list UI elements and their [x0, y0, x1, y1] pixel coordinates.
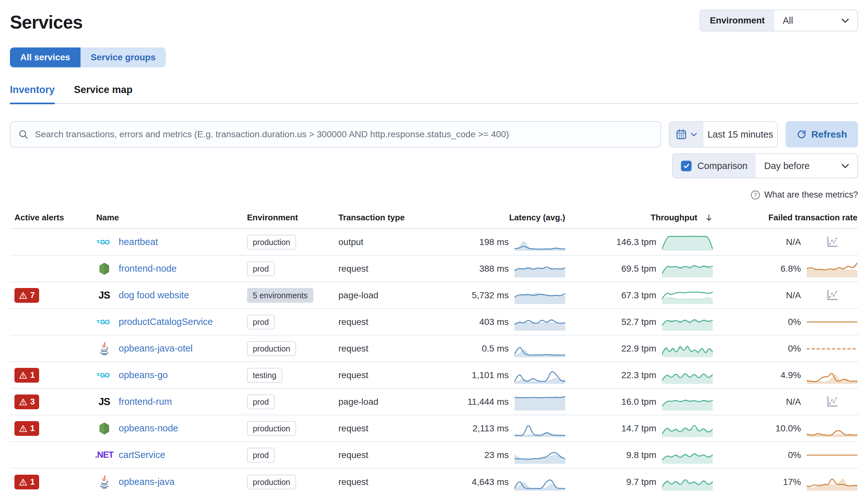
throughput-cell: 22.9 tpm: [574, 340, 722, 358]
failed-rate-cell: 0%: [722, 340, 858, 358]
service-name-link[interactable]: heartbeat: [119, 237, 158, 247]
svg-text:GO: GO: [100, 371, 109, 378]
refresh-label: Refresh: [811, 129, 847, 140]
service-name-link[interactable]: productCatalogService: [119, 317, 213, 327]
service-name-link[interactable]: frontend-rum: [119, 396, 172, 407]
view-toggle: All services Service groups: [10, 47, 858, 67]
search-bar: [10, 121, 661, 148]
active-alerts-badge[interactable]: 7: [15, 288, 39, 303]
refresh-button[interactable]: Refresh: [786, 121, 858, 148]
name-cell: JS frontend-rum: [96, 396, 247, 408]
metrics-help-link[interactable]: What are these metrics?: [764, 190, 858, 200]
active-alerts-badge[interactable]: 1: [15, 475, 39, 489]
alert-count: 1: [30, 423, 35, 433]
transaction-type-cell: request: [339, 477, 435, 487]
alert-count: 3: [30, 397, 35, 407]
service-groups-button[interactable]: Service groups: [80, 47, 166, 67]
latency-sparkline: [515, 287, 565, 304]
latency-cell: 5,732 ms: [435, 287, 574, 304]
active-alerts-badge[interactable]: 1: [15, 421, 39, 436]
active-alerts-cell: 7: [10, 288, 96, 303]
time-range-value[interactable]: Last 15 minutes: [703, 122, 777, 147]
failed-rate-cell: 10.0%: [722, 419, 858, 438]
search-input[interactable]: [35, 129, 653, 140]
table-row: .NET cartService prod request 23 ms 9.8 …: [10, 442, 858, 469]
transaction-type-cell: request: [339, 423, 435, 434]
comparison-label-group: Comparison: [673, 154, 756, 178]
active-alerts-badge[interactable]: 3: [15, 394, 39, 409]
column-header-active-alerts[interactable]: Active alerts: [10, 213, 96, 223]
js-icon: JS: [96, 396, 112, 408]
active-alerts-cell: 3: [10, 394, 96, 409]
active-alerts-badge[interactable]: 1: [15, 368, 39, 383]
latency-sparkline: [515, 366, 565, 384]
failed-rate-cell: 6.8%: [722, 260, 858, 278]
throughput-cell: 22.3 tpm: [574, 366, 722, 384]
failed-rate-cell: 0%: [722, 313, 858, 331]
service-name-link[interactable]: opbeans-go: [119, 370, 168, 380]
service-name-link[interactable]: frontend-node: [119, 263, 177, 274]
failed-rate-cell: N/A: [722, 393, 858, 411]
environment-cell: prod: [247, 397, 339, 407]
column-header-environment[interactable]: Environment: [247, 213, 339, 223]
failed-rate-sparkline: [807, 473, 858, 491]
table-row: opbeans-java-otel production request 0.5…: [10, 336, 858, 362]
environment-badge: 5 environments: [247, 288, 314, 303]
dotnet-icon: .NET: [96, 450, 112, 460]
throughput-sparkline: [662, 393, 713, 411]
calendar-menu-button[interactable]: [669, 122, 703, 147]
name-cell: GO productCatalogService: [96, 317, 247, 327]
latency-cell: 1,101 ms: [435, 366, 574, 384]
query-controls: Last 15 minutes Refresh: [10, 121, 858, 148]
tabs: Inventory Service map: [10, 84, 858, 104]
throughput-cell: 16.0 tpm: [574, 393, 722, 411]
comparison-select-value: Day before: [764, 161, 810, 171]
environment-cell: prod: [247, 317, 339, 327]
page-title: Services: [10, 11, 83, 33]
transaction-type-cell: page-load: [339, 290, 435, 300]
service-name-link[interactable]: opbeans-java: [119, 476, 174, 487]
search-icon: [18, 129, 28, 140]
comparison-checkbox[interactable]: [681, 161, 692, 171]
throughput-sparkline: [662, 260, 713, 278]
latency-sparkline: [515, 473, 565, 491]
failed-rate-sparkline: [807, 393, 858, 411]
throughput-sparkline: [662, 313, 713, 331]
throughput-sparkline: [662, 419, 713, 438]
table-row: 1 opbeans-node production request 2,113 …: [10, 415, 858, 442]
comparison-select[interactable]: Day before: [756, 154, 858, 178]
failed-rate-cell: N/A: [722, 287, 858, 304]
all-services-button[interactable]: All services: [10, 47, 80, 67]
chevron-down-icon: [691, 132, 697, 137]
service-name-link[interactable]: dog food website: [119, 290, 189, 300]
svg-text:GO: GO: [100, 318, 109, 325]
service-name-link[interactable]: opbeans-java-otel: [119, 343, 193, 354]
failed-rate-cell: 0%: [722, 446, 858, 464]
environment-badge: prod: [247, 448, 275, 463]
calendar-icon: [676, 129, 687, 140]
transaction-type-cell: request: [339, 450, 435, 460]
services-table: Active alerts Name Environment Transacti…: [10, 213, 858, 492]
warning-icon: [19, 425, 27, 432]
warning-icon: [19, 398, 27, 406]
refresh-icon: [796, 129, 807, 140]
column-header-failed-transaction-rate[interactable]: Failed transaction rate: [722, 213, 858, 223]
service-name-link[interactable]: cartService: [119, 450, 165, 460]
no-data-chart-icon: [825, 394, 840, 409]
tab-service-map[interactable]: Service map: [74, 84, 133, 103]
environment-select[interactable]: All: [774, 10, 858, 31]
latency-cell: 388 ms: [435, 260, 574, 278]
service-name-link[interactable]: opbeans-node: [119, 423, 178, 434]
column-header-latency[interactable]: Latency (avg.): [435, 213, 574, 223]
comparison-control: Comparison Day before: [672, 153, 858, 178]
java-icon: [96, 475, 112, 489]
tab-inventory[interactable]: Inventory: [10, 84, 55, 104]
failed-rate-sparkline: [807, 313, 858, 331]
environment-badge: production: [247, 341, 296, 356]
column-header-transaction-type[interactable]: Transaction type: [339, 213, 435, 223]
failed-rate-sparkline: [807, 260, 858, 278]
column-header-name[interactable]: Name: [96, 213, 247, 223]
latency-sparkline: [515, 340, 565, 358]
column-header-throughput[interactable]: Throughput: [574, 213, 722, 223]
failed-rate-cell: N/A: [722, 233, 858, 251]
